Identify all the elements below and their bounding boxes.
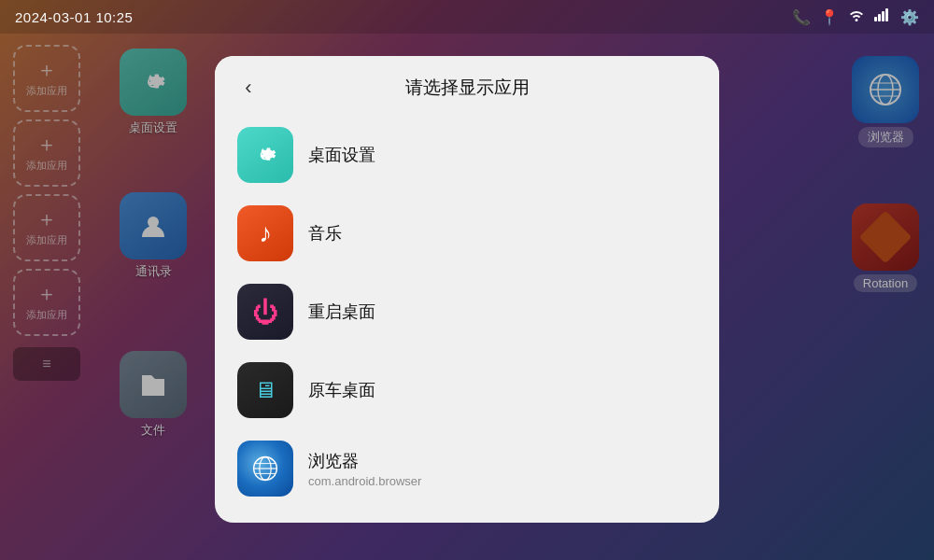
modal-back-button[interactable]: ‹ [234, 73, 263, 103]
app-select-modal: ‹ 请选择显示应用 桌面设置 ♪ [215, 56, 719, 523]
gear-icon: ⚙️ [900, 8, 919, 26]
modal-app-name: 重启桌面 [308, 301, 375, 323]
modal-browser-icon [237, 441, 293, 497]
status-time: 2024-03-01 10:25 [15, 9, 133, 25]
svg-rect-3 [885, 8, 888, 21]
wifi-icon [848, 8, 865, 25]
list-item[interactable]: ⏻ 重启桌面 [230, 273, 704, 351]
modal-app-package: com.android.browser [308, 474, 421, 488]
svg-rect-0 [874, 17, 877, 21]
status-icons: 📞 📍 ⚙️ [792, 8, 919, 26]
modal-app-name: 桌面设置 [308, 144, 375, 166]
power-icon: ⏻ [252, 297, 278, 328]
status-bar: 2024-03-01 10:25 📞 📍 ⚙️ [0, 0, 934, 34]
list-item[interactable]: 🖥 原车桌面 [230, 351, 704, 429]
modal-desktop-settings-info: 桌面设置 [308, 144, 375, 166]
modal-desktop-settings-icon [237, 127, 293, 183]
music-note-icon: ♪ [259, 218, 272, 248]
signal-icon [874, 8, 891, 25]
svg-rect-2 [882, 11, 884, 21]
monitor-icon: 🖥 [254, 377, 276, 403]
modal-header: ‹ 请选择显示应用 [215, 56, 719, 116]
list-item[interactable]: 浏览器 com.android.browser [230, 429, 704, 508]
modal-music-info: 音乐 [308, 222, 342, 245]
list-item[interactable]: 桌面设置 [230, 116, 704, 194]
modal-car-icon: 🖥 [237, 362, 293, 418]
modal-app-list: 桌面设置 ♪ 音乐 ⏻ 重启桌面 [215, 116, 719, 523]
phone-icon: 📞 [792, 8, 811, 26]
list-item[interactable]: ♪ 音乐 [230, 194, 704, 273]
modal-car-info: 原车桌面 [308, 379, 375, 401]
modal-app-name: 原车桌面 [308, 379, 375, 401]
modal-music-icon: ♪ [237, 205, 293, 261]
location-icon: 📍 [820, 8, 839, 26]
modal-overlay: ‹ 请选择显示应用 桌面设置 ♪ [0, 0, 934, 560]
svg-rect-1 [878, 14, 881, 21]
modal-restart-info: 重启桌面 [308, 301, 375, 323]
modal-browser-info: 浏览器 com.android.browser [308, 450, 421, 488]
modal-app-name: 浏览器 [308, 450, 421, 472]
modal-restart-icon: ⏻ [237, 284, 293, 340]
modal-title: 请选择显示应用 [263, 76, 671, 100]
modal-app-name: 音乐 [308, 222, 342, 245]
